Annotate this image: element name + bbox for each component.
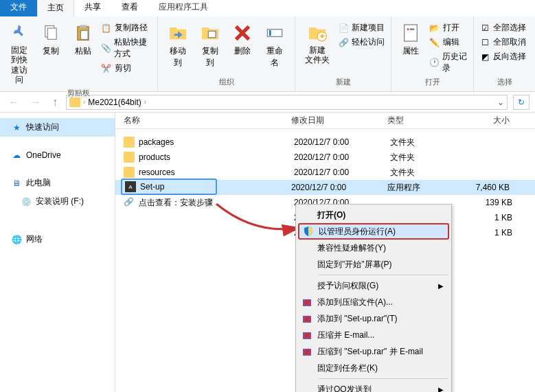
menu-open[interactable]: 打开(O) — [298, 207, 449, 223]
svg-rect-7 — [269, 30, 271, 36]
column-date[interactable]: 修改日期 — [291, 115, 387, 126]
copy-to-button[interactable]: 复制到 — [196, 19, 224, 71]
path-icon: 📋 — [101, 23, 112, 34]
cloud-icon: ☁ — [11, 150, 22, 161]
open-button[interactable]: 📂打开 — [429, 22, 468, 34]
new-item-button[interactable]: 📄新建项目 — [338, 22, 385, 34]
menu-compat-troubleshoot[interactable]: 兼容性疑难解答(Y) — [298, 240, 449, 256]
chevron-down-icon[interactable]: ⌄ — [497, 97, 504, 107]
ribbon-group-organize: 移动到 复制到 删除 重命名 组织 — [158, 16, 295, 91]
ribbon-group-label: 打开 — [397, 77, 468, 89]
pin-to-quick-access-button[interactable]: 固定到快 速访问 — [5, 19, 33, 88]
new-folder-button[interactable]: ✦ 新建 文件夹 — [301, 19, 334, 68]
folder-icon — [124, 167, 135, 178]
svg-rect-10 — [405, 25, 418, 41]
menu-add-setup-rar[interactable]: 添加到 "Set-up.rar"(T) — [298, 310, 449, 327]
menu-grant-access[interactable]: 授予访问权限(G) ▶ — [298, 277, 449, 294]
scissors-icon: ✂️ — [101, 63, 112, 74]
invert-selection-button[interactable]: ◩反向选择 — [479, 51, 526, 62]
folder-icon — [124, 137, 135, 148]
folder-icon — [69, 97, 80, 107]
delete-button[interactable]: 删除 — [229, 19, 257, 60]
tab-app-tools[interactable]: 应用程序工具 — [148, 0, 218, 16]
sidebar-quick-access[interactable]: ★ 快速访问 — [0, 118, 115, 137]
select-all-button[interactable]: ☑全部选择 — [479, 22, 526, 34]
file-row[interactable]: packages 2020/12/7 0:00 文件夹 — [115, 135, 535, 150]
rename-button[interactable]: 重命名 — [261, 19, 289, 71]
paste-icon — [72, 22, 94, 44]
select-none-button[interactable]: ☐全部取消 — [479, 36, 526, 48]
sidebar-onedrive[interactable]: ☁ OneDrive — [0, 146, 115, 164]
properties-icon — [400, 22, 422, 44]
blank-icon — [301, 279, 313, 292]
history-icon: 🕐 — [429, 57, 440, 68]
sidebar-network[interactable]: 🌐 网络 — [0, 230, 115, 249]
breadcrumb-segment[interactable]: Me2021(64bit) — [88, 97, 141, 107]
back-button[interactable]: ← — [5, 96, 22, 108]
easy-access-button[interactable]: 🔗轻松访问 — [338, 36, 385, 48]
column-type[interactable]: 类型 — [387, 115, 463, 126]
svg-rect-4 — [80, 31, 88, 40]
svg-rect-1 — [48, 28, 57, 39]
select-all-icon: ☑ — [479, 23, 490, 34]
ribbon: 固定到快 速访问 复制 粘贴 📋复制路径 📎粘贴快捷方式 ✂️剪切 剪贴板 移动… — [0, 16, 535, 92]
properties-button[interactable]: 属性 — [397, 19, 425, 60]
delete-x-icon — [231, 22, 253, 44]
menu-run-as-admin[interactable]: 以管理员身份运行(A) — [298, 223, 449, 240]
file-row[interactable]: products 2020/12/7 0:00 文件夹 — [115, 150, 535, 165]
column-size[interactable]: 大小 — [463, 115, 518, 126]
tab-share[interactable]: 共享 — [74, 0, 111, 16]
menu-send-qq[interactable]: 通过QQ发送到 ▶ — [298, 381, 449, 392]
shield-icon — [302, 225, 315, 238]
menu-pin-taskbar[interactable]: 固定到任务栏(K) — [298, 360, 449, 376]
url-icon: 🔗 — [124, 197, 135, 208]
new-folder-icon: ✦ — [306, 22, 328, 44]
paste-button[interactable]: 粘贴 — [69, 19, 97, 60]
tab-file[interactable]: 文件 — [0, 0, 37, 16]
file-icon — [124, 212, 135, 223]
file-row-selected[interactable]: A Set-up — [121, 178, 217, 195]
menu-pin-start[interactable]: 固定到"开始"屏幕(P) — [298, 256, 449, 273]
file-row[interactable]: resources 2020/12/7 0:00 文件夹 — [115, 165, 535, 180]
winrar-icon — [301, 296, 313, 308]
refresh-button[interactable]: ↻ — [513, 95, 530, 110]
blank-icon — [301, 209, 313, 221]
winrar-icon — [301, 329, 313, 341]
menu-compress-setup-email[interactable]: 压缩到 "Set-up.rar" 并 E-mail — [298, 343, 449, 360]
up-button[interactable]: ↑ — [49, 96, 60, 108]
edit-button[interactable]: ✏️编辑 — [429, 36, 468, 48]
svg-point-11 — [407, 28, 409, 30]
copy-path-button[interactable]: 📋复制路径 — [101, 22, 152, 34]
menu-compress-email[interactable]: 压缩并 E-mail... — [298, 327, 449, 343]
winrar-icon — [301, 345, 313, 358]
new-item-icon: 📄 — [338, 23, 349, 34]
chevron-right-icon: ▶ — [438, 386, 444, 393]
history-button[interactable]: 🕐历史记录 — [429, 51, 468, 74]
sidebar-install-guide[interactable]: 💿 安装说明 (F:) — [0, 192, 115, 211]
cut-button[interactable]: ✂️剪切 — [101, 62, 152, 74]
breadcrumb[interactable]: › Me2021(64bit) › ⌄ — [66, 95, 508, 110]
menu-add-archive[interactable]: 添加到压缩文件(A)... — [298, 294, 449, 310]
menu-separator — [319, 378, 448, 379]
copy-button[interactable]: 复制 — [37, 19, 65, 60]
blank-icon — [301, 258, 313, 270]
tab-home[interactable]: 主页 — [37, 0, 74, 16]
blank-icon — [301, 383, 313, 392]
blank-icon — [301, 362, 313, 374]
paste-shortcut-button[interactable]: 📎粘贴快捷方式 — [101, 36, 152, 60]
shortcut-icon: 📎 — [101, 43, 111, 54]
tab-view[interactable]: 查看 — [111, 0, 148, 16]
chevron-right-icon: › — [83, 98, 85, 106]
column-name[interactable]: 名称 — [115, 115, 291, 126]
forward-button[interactable]: → — [27, 96, 44, 108]
select-none-icon: ☐ — [479, 37, 490, 48]
winrar-icon — [301, 312, 313, 325]
ribbon-group-clipboard: 固定到快 速访问 复制 粘贴 📋复制路径 📎粘贴快捷方式 ✂️剪切 剪贴板 — [0, 16, 158, 91]
sidebar-this-pc[interactable]: 🖥 此电脑 — [0, 174, 115, 192]
svg-rect-20 — [304, 350, 310, 354]
easy-access-icon: 🔗 — [338, 37, 349, 48]
invert-icon: ◩ — [479, 51, 490, 62]
svg-rect-16 — [304, 317, 310, 321]
svg-rect-5 — [208, 31, 216, 37]
move-to-button[interactable]: 移动到 — [163, 19, 192, 71]
